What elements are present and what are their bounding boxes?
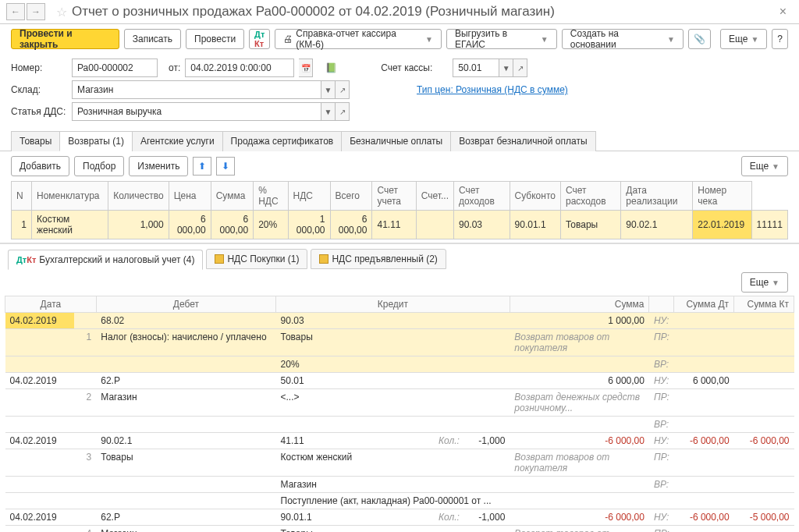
posting-row[interactable]: 04.02.201968.0290.031 000,00НУ:: [5, 313, 794, 329]
tab-agent[interactable]: Агентские услуги: [132, 131, 223, 151]
calendar-icon[interactable]: 📅: [299, 59, 313, 77]
posting-sub-row: 3ТоварыКостюм женскийВозврат товаров от …: [5, 449, 794, 477]
posting-sub-row: 2Магазин<...>Возврат денежных средств ро…: [5, 389, 794, 417]
nav-back-button[interactable]: ←: [6, 3, 25, 20]
save-button[interactable]: Записать: [124, 29, 181, 49]
register-tabs: ДтКт Бухгалтерский и налоговый учет (4) …: [0, 244, 799, 269]
reg-more-button[interactable]: Еще▼: [741, 272, 788, 293]
returns-toolbar: Добавить Подбор Изменить ⬆ ⬇ Еще▼: [0, 151, 799, 181]
reg-col-sum-dt[interactable]: Сумма Дт: [674, 296, 734, 313]
col-vat[interactable]: НДС: [288, 182, 330, 211]
col-income[interactable]: Счет доходов: [453, 182, 510, 211]
posting-row[interactable]: 04.02.201990.02.141.11Кол.:-1,000-6 000,…: [5, 433, 794, 449]
chevron-down-icon[interactable]: ▼: [321, 80, 336, 99]
col-n[interactable]: N: [12, 182, 32, 211]
reg-tab-accounting[interactable]: ДтКт Бухгалтерский и налоговый учет (4): [8, 250, 203, 270]
chevron-down-icon[interactable]: ▼: [499, 59, 513, 77]
tab-goods[interactable]: Товары: [11, 131, 60, 151]
favorite-icon[interactable]: ☆: [56, 5, 67, 20]
col-qty[interactable]: Количество: [108, 182, 169, 211]
tab-cashless-return[interactable]: Возврат безналичной оплаты: [450, 131, 595, 151]
chevron-down-icon[interactable]: ▼: [321, 102, 336, 121]
chevron-down-icon: ▼: [425, 35, 433, 44]
posting-row[interactable]: 04.02.201962.Р50.016 000,00НУ:6 000,00: [5, 373, 794, 389]
posting-row[interactable]: 04.02.201962.Р90.01.1Кол.:-1,000-6 000,0…: [5, 509, 794, 526]
reg-col-date[interactable]: Дата: [5, 296, 97, 313]
cash-account-label: Счет кассы:: [381, 62, 432, 73]
reg-tab-vat-presented[interactable]: НДС предъявленный (2): [311, 249, 446, 269]
date-input[interactable]: 04.02.2019 0:00:00: [185, 59, 294, 77]
returns-grid: N Номенклатура Количество Цена Сумма % Н…: [11, 181, 788, 239]
col-check[interactable]: Номер чека: [693, 182, 751, 211]
sub-more-button[interactable]: Еще▼: [741, 156, 788, 176]
pick-button[interactable]: Подбор: [74, 156, 124, 176]
posting-sub-row: МагазинВР:: [5, 477, 794, 493]
col-real-date[interactable]: Дата реализации: [621, 182, 693, 211]
close-icon[interactable]: ×: [773, 5, 793, 19]
add-row-button[interactable]: Добавить: [11, 156, 69, 176]
doc-status-icon: 📗: [325, 62, 337, 73]
help-button[interactable]: ?: [772, 29, 788, 49]
posting-table: Дата Дебет Кредит Сумма Сумма Дт Сумма К…: [5, 296, 794, 532]
number-input[interactable]: Ра00-000002: [72, 59, 158, 77]
open-ref-icon[interactable]: ↗: [336, 80, 350, 99]
chevron-down-icon: ▼: [667, 35, 675, 44]
main-toolbar: Провести и закрыть Записать Провести ДтК…: [0, 24, 799, 54]
open-ref-icon[interactable]: ↗: [336, 102, 350, 121]
attach-button[interactable]: 📎: [688, 29, 711, 49]
reg-col-sum[interactable]: Сумма: [510, 296, 649, 313]
chevron-down-icon: ▼: [541, 35, 549, 44]
register-icon: [215, 254, 224, 264]
posting-sub-row: Поступление (акт, накладная) Ра00-000001…: [5, 493, 794, 509]
tab-returns[interactable]: Возвраты (1): [59, 131, 133, 151]
tab-cashless[interactable]: Безналичные оплаты: [341, 131, 451, 151]
dds-label: Статья ДДС:: [11, 106, 67, 117]
posting-sub-row: ВР:: [5, 417, 794, 433]
col-sum[interactable]: Сумма: [211, 182, 254, 211]
col-subconto[interactable]: Субконто: [510, 182, 560, 211]
cash-account-input[interactable]: 50.01: [453, 59, 499, 77]
table-row[interactable]: 1 Костюм женский 1,000 6 000,00 6 000,00…: [12, 211, 788, 239]
page-title: Отчет о розничных продажах Ра00-000002 о…: [72, 4, 773, 20]
from-label: от:: [169, 62, 180, 73]
col-price[interactable]: Цена: [169, 182, 211, 211]
number-label: Номер:: [11, 62, 67, 73]
col-vat-rate[interactable]: % НДС: [254, 182, 288, 211]
more-button[interactable]: Еще ▼: [720, 29, 767, 49]
posting-sub-row: 4МагазинТоварыВозврат товаров от покупат…: [5, 526, 794, 533]
col-account2[interactable]: Счет...: [416, 182, 453, 211]
reg-col-debit[interactable]: Дебет: [96, 296, 275, 313]
post-button[interactable]: Провести: [186, 29, 244, 49]
km6-report-button[interactable]: 🖨 Справка-отчет кассира (КМ-6) ▼: [275, 29, 442, 49]
dds-input[interactable]: Розничная выручка: [72, 102, 321, 121]
upload-egais-button[interactable]: Выгрузить в ЕГАИС ▼: [446, 29, 557, 49]
print-icon: 🖨: [283, 34, 293, 44]
col-total[interactable]: Всего: [330, 182, 372, 211]
reg-col-credit[interactable]: Кредит: [276, 296, 510, 313]
create-based-on-button[interactable]: Создать на основании ▼: [562, 29, 684, 49]
dtkt-button[interactable]: ДтКт: [249, 29, 270, 49]
col-expense[interactable]: Счет расходов: [560, 182, 620, 211]
chevron-down-icon: ▼: [751, 35, 758, 44]
form-area: Номер: Ра00-000002 от: 04.02.2019 0:00:0…: [0, 54, 799, 130]
posting-sub-row: 1Налог (взносы): начислено / уплаченоТов…: [5, 329, 794, 356]
price-type-link[interactable]: Тип цен: Розничная (НДС в сумме): [417, 84, 568, 95]
nav-fwd-button[interactable]: →: [27, 3, 45, 20]
reg-col-sum-kt[interactable]: Сумма Кт: [734, 296, 794, 313]
post-and-close-button[interactable]: Провести и закрыть: [11, 29, 119, 49]
edit-button[interactable]: Изменить: [129, 156, 188, 176]
open-ref-icon[interactable]: ↗: [513, 59, 527, 77]
doc-tabs: Товары Возвраты (1) Агентские услуги Про…: [0, 130, 799, 151]
titlebar: ← → ☆ Отчет о розничных продажах Ра00-00…: [0, 0, 799, 24]
row-down-button[interactable]: ⬇: [216, 157, 235, 176]
reg-tab-vat-buy[interactable]: НДС Покупки (1): [206, 249, 307, 269]
warehouse-label: Склад:: [11, 84, 67, 95]
col-account[interactable]: Счет учета: [372, 182, 416, 211]
col-nomenclature[interactable]: Номенклатура: [32, 182, 108, 211]
register-icon: [319, 254, 328, 264]
posting-sub-row: 20%ВР:: [5, 356, 794, 373]
tab-certificates[interactable]: Продажа сертификатов: [222, 131, 343, 151]
row-up-button[interactable]: ⬆: [193, 157, 211, 176]
warehouse-input[interactable]: Магазин: [72, 80, 321, 99]
